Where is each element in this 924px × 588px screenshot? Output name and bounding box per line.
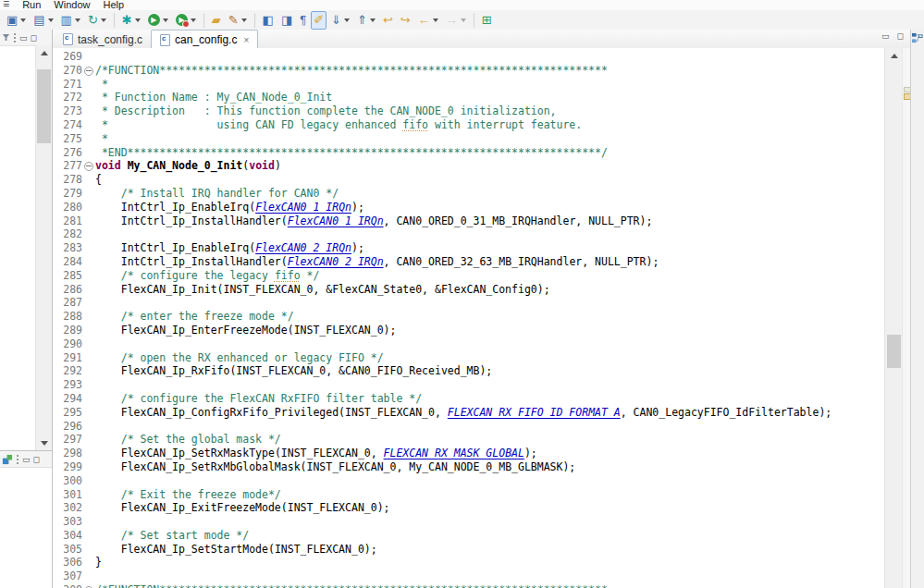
editor-scrollbar[interactable] — [884, 48, 903, 588]
code-text[interactable]: /* configure the legacy fifo */ — [95, 269, 319, 283]
code-text[interactable]: IntCtrl_Ip_InstallHandler(FlexCAN0_1_IRQ… — [95, 214, 652, 228]
toggle-highlight-button[interactable]: ✐ — [311, 11, 326, 30]
code-line[interactable]: 283 IntCtrl_Ip_EnableIrq(FlexCAN0_2_IRQn… — [53, 241, 885, 255]
line-number[interactable]: 304 — [53, 529, 82, 543]
code-text[interactable]: * Description : This function complete t… — [95, 104, 557, 118]
line-number[interactable]: 281 — [53, 214, 82, 228]
forward-button[interactable]: → — [443, 11, 469, 30]
open-perspective-button[interactable]: ⊞ — [479, 11, 495, 30]
code-text[interactable]: FlexCAN_Ip_RxFifo(INST_FLEXCAN_0, &CAN0_… — [95, 364, 492, 378]
menu-item-window[interactable]: Window — [54, 0, 90, 10]
code-line[interactable]: 272 * Function Name : My_CAN_Node_0_Init — [53, 91, 885, 104]
code-line[interactable]: 300 — [53, 474, 885, 488]
maximize-view-button[interactable]: ◻ — [31, 31, 37, 44]
line-number[interactable]: 298 — [53, 447, 82, 460]
next-edit-location-button[interactable]: ↪ — [398, 11, 413, 30]
code-line[interactable]: 291 /* open the RX enhanced or legacy FI… — [53, 351, 885, 365]
code-line[interactable]: 294 /* configure the FlexCAN RxFIFO filt… — [53, 392, 885, 406]
code-line[interactable]: 307 — [53, 570, 885, 583]
line-number[interactable]: 292 — [53, 364, 82, 378]
line-number[interactable]: 303 — [53, 515, 82, 529]
dropdown-arrow-icon[interactable] — [163, 18, 168, 22]
search-button[interactable]: ✎ — [226, 11, 250, 30]
dropdown-arrow-icon[interactable] — [101, 18, 106, 22]
line-number[interactable]: 283 — [53, 241, 82, 255]
code-line[interactable]: 287 — [53, 296, 885, 310]
dropdown-arrow-icon[interactable] — [191, 18, 196, 22]
fold-marker[interactable] — [84, 162, 93, 171]
new-wizard-button[interactable]: ▣ — [4, 11, 29, 30]
tab-task-config[interactable]: task_config.c — [55, 31, 151, 48]
code-line[interactable]: 303 — [53, 515, 885, 529]
line-number[interactable]: 300 — [53, 474, 82, 488]
debug-button[interactable]: ✱ — [119, 11, 143, 30]
show-whitespace-button[interactable]: ¶ — [297, 11, 309, 30]
code-text[interactable]: } — [95, 556, 102, 570]
code-line[interactable]: 299 FlexCAN_Ip_SetRxMbGlobalMask(INST_FL… — [53, 460, 885, 474]
line-number[interactable]: 305 — [53, 543, 82, 557]
code-text[interactable]: void My_CAN_Node_0_Init(void) — [95, 159, 281, 173]
code-text[interactable]: IntCtrl_Ip_EnableIrq(FlexCAN0_2_IRQn); — [95, 241, 364, 255]
code-line[interactable]: 284 IntCtrl_Ip_InstallHandler(FlexCAN0_2… — [53, 255, 885, 269]
next-annotation-button[interactable]: ⇓ — [328, 11, 352, 30]
code-text[interactable]: FlexCAN_Ip_SetRxMbGlobalMask(INST_FLEXCA… — [95, 460, 575, 474]
code-line[interactable]: 274 * using CAN FD legacy enhanced fifo … — [53, 118, 885, 132]
code-line[interactable]: 285 /* configure the legacy fifo */ — [53, 269, 885, 283]
line-number[interactable]: 279 — [53, 187, 82, 201]
tasks-view-icon[interactable] — [2, 454, 13, 465]
scroll-thumb[interactable] — [887, 335, 901, 368]
line-number[interactable]: 285 — [53, 269, 82, 283]
line-number[interactable]: 278 — [53, 173, 82, 187]
dropdown-arrow-icon[interactable] — [135, 18, 141, 22]
line-number[interactable]: 299 — [53, 460, 82, 474]
close-tab-icon[interactable]: × — [243, 35, 249, 45]
line-number[interactable]: 280 — [53, 201, 82, 214]
line-number[interactable]: 296 — [53, 420, 82, 434]
back-button[interactable]: ← — [415, 11, 441, 30]
line-number[interactable]: 302 — [53, 501, 82, 515]
line-number[interactable]: 287 — [53, 296, 82, 310]
scroll-thumb[interactable] — [37, 69, 51, 143]
prev-annotation-button[interactable]: ⇑ — [354, 11, 378, 30]
toggle-source-header-button[interactable]: ◧ — [260, 11, 277, 30]
code-line[interactable]: 273 * Description : This function comple… — [53, 104, 885, 118]
run-button[interactable]: ▶ — [145, 11, 171, 30]
line-number[interactable]: 286 — [53, 283, 82, 297]
code-line[interactable]: 269 — [53, 50, 885, 64]
code-text[interactable]: FlexCAN_Ip_SetRxMaskType(INST_FLEXCAN_0,… — [95, 447, 537, 460]
pin-editor-button[interactable]: ◨ — [278, 11, 295, 30]
code-text[interactable]: FlexCAN_Ip_Init(INST_FLEXCAN_0, &FlexCAN… — [95, 283, 550, 297]
line-number[interactable]: 269 — [53, 50, 82, 64]
code-text[interactable]: FlexCAN_Ip_EnterFreezeMode(INST_FLEXCAN_… — [95, 324, 396, 337]
line-number[interactable]: 301 — [53, 488, 82, 502]
code-text[interactable]: * — [95, 132, 108, 146]
code-line[interactable]: 290 — [53, 337, 885, 351]
code-line[interactable]: 306} — [53, 556, 885, 570]
line-number[interactable]: 291 — [53, 351, 82, 365]
minimize-editor-button[interactable]: ▭ — [881, 31, 890, 41]
line-number[interactable]: 288 — [53, 310, 82, 324]
filter-icon[interactable] — [2, 33, 10, 42]
code-line[interactable]: 282 — [53, 227, 885, 241]
line-number[interactable]: 306 — [53, 556, 82, 570]
last-edit-location-button[interactable]: ↩ — [380, 11, 396, 30]
code-text[interactable]: /* Set start mode */ — [95, 529, 249, 543]
code-line[interactable]: 271 * — [53, 78, 885, 92]
code-line[interactable]: 302 FlexCAN_Ip_ExitFreezeMode(INST_FLEXC… — [53, 501, 885, 515]
code-line[interactable]: 295 FlexCAN_Ip_ConfigRxFifo_Privileged(I… — [53, 406, 885, 420]
code-text[interactable]: /* Install IRQ handler for CAN0 */ — [95, 187, 339, 201]
tab-can-config[interactable]: can_config.c × — [151, 30, 258, 49]
code-text[interactable]: /* open the RX enhanced or legacy FIFO *… — [95, 351, 384, 365]
new-c-file-button[interactable]: ▥ — [58, 11, 83, 30]
code-line[interactable]: 301 /* Exit the freeze mode*/ — [53, 488, 885, 502]
line-number[interactable]: 276 — [53, 146, 82, 160]
line-number[interactable]: 289 — [53, 324, 82, 337]
code-line[interactable]: 281 IntCtrl_Ip_InstallHandler(FlexCAN0_1… — [53, 214, 885, 228]
outline-view-icon[interactable] — [912, 32, 923, 43]
line-number[interactable]: 270 — [53, 64, 82, 78]
line-number[interactable]: 297 — [53, 433, 82, 447]
line-number[interactable]: 294 — [53, 392, 82, 406]
build-button[interactable]: ↻ — [85, 11, 109, 30]
dropdown-arrow-icon[interactable] — [344, 18, 350, 22]
code-line[interactable]: 289 FlexCAN_Ip_EnterFreezeMode(INST_FLEX… — [53, 324, 885, 337]
